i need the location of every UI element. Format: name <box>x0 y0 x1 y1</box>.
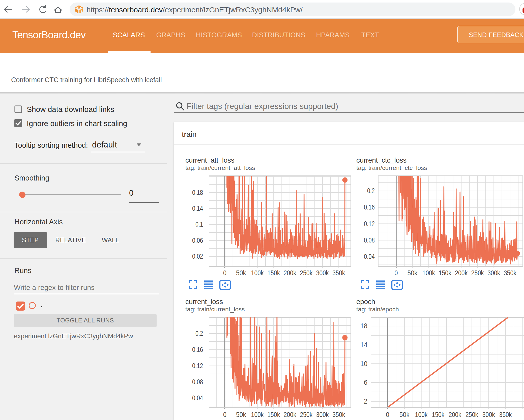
svg-text:350k: 350k <box>332 269 345 277</box>
svg-text:0.14: 0.14 <box>192 204 203 212</box>
svg-text:18: 18 <box>360 322 367 330</box>
svg-text:0.08: 0.08 <box>364 236 375 244</box>
svg-text:0.2: 0.2 <box>367 187 375 195</box>
svg-text:50k: 50k <box>236 269 246 277</box>
svg-text:0.08: 0.08 <box>192 378 203 386</box>
svg-text:2: 2 <box>364 397 367 405</box>
svg-text:0.18: 0.18 <box>192 189 203 196</box>
svg-text:300k: 300k <box>316 269 329 277</box>
svg-text:50k: 50k <box>399 411 410 418</box>
svg-text:150k: 150k <box>439 269 452 277</box>
svg-text:0.16: 0.16 <box>192 346 203 353</box>
svg-text:300k: 300k <box>487 269 500 277</box>
svg-text:10: 10 <box>360 360 367 368</box>
svg-text:150k: 150k <box>267 411 280 418</box>
svg-text:150k: 150k <box>432 411 445 418</box>
svg-text:300k: 300k <box>316 411 329 418</box>
svg-text:100k: 100k <box>251 269 264 277</box>
svg-text:250k: 250k <box>300 269 313 277</box>
svg-text:50k: 50k <box>236 411 246 418</box>
svg-text:200k: 200k <box>455 269 468 277</box>
svg-text:100k: 100k <box>415 411 428 418</box>
svg-text:350k: 350k <box>332 411 345 418</box>
svg-text:350k: 350k <box>504 269 517 277</box>
svg-text:150k: 150k <box>267 269 280 277</box>
svg-text:0.06: 0.06 <box>192 236 203 244</box>
svg-text:200k: 200k <box>449 411 461 418</box>
svg-text:250k: 250k <box>471 269 484 277</box>
svg-text:0.12: 0.12 <box>364 220 375 228</box>
svg-text:0.02: 0.02 <box>192 252 203 260</box>
svg-text:6: 6 <box>364 378 367 386</box>
svg-text:0: 0 <box>223 411 226 418</box>
svg-text:0.16: 0.16 <box>364 203 375 211</box>
svg-text:200k: 200k <box>284 269 297 277</box>
svg-text:50k: 50k <box>407 269 418 277</box>
svg-text:200k: 200k <box>284 411 297 418</box>
svg-text:0: 0 <box>386 411 389 418</box>
svg-text:300k: 300k <box>482 411 495 418</box>
svg-text:0.04: 0.04 <box>364 253 375 260</box>
svg-text:0.2: 0.2 <box>195 329 203 337</box>
svg-text:0: 0 <box>395 269 398 277</box>
svg-text:0.12: 0.12 <box>192 362 203 370</box>
svg-text:0.04: 0.04 <box>192 394 203 402</box>
svg-text:0.1: 0.1 <box>195 220 203 228</box>
svg-text:100k: 100k <box>422 269 435 277</box>
svg-text:100k: 100k <box>251 411 264 418</box>
svg-text:0: 0 <box>223 269 226 277</box>
svg-text:14: 14 <box>360 341 367 349</box>
svg-text:250k: 250k <box>465 411 478 418</box>
svg-text:350k: 350k <box>499 411 512 418</box>
svg-text:250k: 250k <box>300 411 313 418</box>
